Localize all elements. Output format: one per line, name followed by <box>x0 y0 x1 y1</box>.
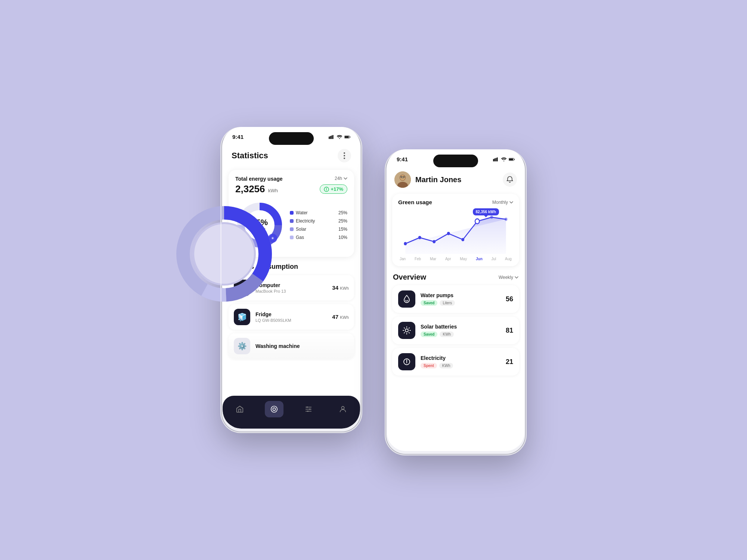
dynamic-island-right <box>433 155 478 167</box>
right-phone: 9:41 <box>385 149 527 455</box>
svg-rect-2 <box>331 136 332 139</box>
overview-title: Overview <box>393 273 426 281</box>
device-fridge[interactable]: 🧊 Fridge LQ GW-B509SLKM 47 KWh <box>229 304 354 330</box>
weekly-selector[interactable]: Weekly <box>499 275 518 280</box>
svg-point-49 <box>433 240 436 243</box>
energy-value: 2,3256 <box>235 183 265 195</box>
legend-electricity: Electricity 25% <box>290 218 347 224</box>
x-jun: Jun <box>476 257 483 261</box>
chart-legend: Water 25% Electricity 25% <box>290 210 347 240</box>
solar-batteries-icon <box>398 322 415 339</box>
water-pumps-name: Water pumps <box>421 292 500 298</box>
svg-rect-3 <box>332 135 334 139</box>
month-selector[interactable]: Monthly <box>492 200 513 205</box>
x-may: May <box>460 257 467 261</box>
x-mar: Mar <box>430 257 436 261</box>
electricity-name: Electricity <box>421 355 500 361</box>
nav-stats[interactable] <box>265 401 283 417</box>
solar-batteries-value: 81 <box>506 327 513 335</box>
user-info: Martin Jones <box>394 171 461 188</box>
nav-controls[interactable] <box>299 401 318 417</box>
status-icons-right <box>493 157 515 162</box>
x-feb: Feb <box>415 257 421 261</box>
svg-rect-0 <box>329 136 330 139</box>
svg-point-52 <box>475 219 480 224</box>
electricity-info: Electricity Spent KWh <box>421 355 500 368</box>
svg-rect-37 <box>514 159 515 160</box>
x-jan: Jan <box>400 257 406 261</box>
solar-batteries-info: Solar batteries Saved KWh <box>421 324 500 337</box>
status-time-right: 9:41 <box>397 156 408 162</box>
x-aug: Aug <box>505 257 512 261</box>
svg-point-23 <box>307 411 309 412</box>
overview-solar-batteries[interactable]: Solar batteries Saved KWh 81 <box>392 317 519 344</box>
notification-bell[interactable] <box>503 172 517 187</box>
svg-point-43 <box>403 177 404 177</box>
fridge-usage: 47 <box>332 314 340 320</box>
svg-rect-33 <box>496 158 497 161</box>
svg-rect-1 <box>330 136 331 139</box>
fridge-icon: 🧊 <box>234 309 250 325</box>
status-time-left: 9:41 <box>232 134 244 140</box>
water-pumps-info: Water pumps Saved Liters <box>421 292 500 306</box>
green-usage-card: Green usage Monthly <box>392 194 519 266</box>
green-usage-title: Green usage <box>398 199 432 205</box>
svg-rect-34 <box>497 157 498 161</box>
svg-point-24 <box>341 407 344 409</box>
svg-rect-36 <box>509 158 513 160</box>
water-pumps-tag-saved: Saved <box>421 300 437 306</box>
fridge-name: Fridge <box>255 311 327 317</box>
water-pumps-tag-unit: Liters <box>440 300 455 306</box>
x-jul: Jul <box>492 257 496 261</box>
svg-point-16 <box>271 406 278 413</box>
svg-point-48 <box>418 236 421 239</box>
time-selector[interactable]: 24h <box>335 176 347 181</box>
overview-list: Water pumps Saved Liters 56 <box>387 285 524 376</box>
bottom-nav <box>223 396 360 429</box>
svg-point-30 <box>194 224 254 284</box>
energy-card-title: Total energy usage <box>235 176 283 182</box>
page-title-left: Statistics <box>232 151 268 161</box>
background-donut <box>172 202 276 308</box>
electricity-value: 21 <box>506 358 513 366</box>
tooltip-value: 82,356 kWh <box>476 210 496 214</box>
legend-gas: Gas 10% <box>290 235 347 240</box>
nav-profile[interactable] <box>334 401 352 417</box>
device-washing[interactable]: ⚙️ Washing machine <box>229 333 354 359</box>
svg-point-47 <box>404 242 407 245</box>
menu-button[interactable] <box>338 149 351 162</box>
svg-rect-32 <box>494 158 495 161</box>
electricity-icon <box>398 353 415 370</box>
svg-point-55 <box>405 329 408 332</box>
fridge-model: LQ GW-B509SLKM <box>255 318 327 323</box>
svg-point-42 <box>401 177 402 177</box>
electricity-tag-spent: Spent <box>421 363 437 368</box>
washing-name: Washing machine <box>255 343 349 349</box>
user-header: Martin Jones <box>387 165 524 194</box>
solar-batteries-name: Solar batteries <box>421 324 500 330</box>
svg-point-17 <box>273 408 275 410</box>
x-apr: Apr <box>445 257 451 261</box>
overview-electricity[interactable]: Electricity Spent KWh 21 <box>392 348 519 376</box>
overview-water-pumps[interactable]: Water pumps Saved Liters 56 <box>392 285 519 313</box>
computer-usage: 34 <box>332 284 340 291</box>
svg-rect-6 <box>350 136 350 137</box>
legend-water: Water 25% <box>290 210 347 215</box>
percent-badge: +17% <box>320 184 347 194</box>
status-icons-left <box>329 135 350 139</box>
nav-home[interactable] <box>230 401 249 417</box>
svg-rect-5 <box>345 136 349 137</box>
water-pumps-value: 56 <box>506 295 513 303</box>
svg-point-21 <box>307 407 308 408</box>
user-name: Martin Jones <box>415 175 461 184</box>
legend-solar: Solar 15% <box>290 227 347 232</box>
solar-tag-unit: KWh <box>440 332 454 337</box>
solar-tag-saved: Saved <box>421 332 437 337</box>
water-pumps-icon <box>398 290 415 308</box>
svg-rect-31 <box>493 159 494 161</box>
overview-header: Overview Weekly <box>387 271 524 285</box>
dynamic-island-left <box>269 132 314 145</box>
svg-point-51 <box>461 238 464 241</box>
page-header-left: Statistics <box>223 143 360 170</box>
electricity-tag-unit: KWh <box>439 363 453 368</box>
